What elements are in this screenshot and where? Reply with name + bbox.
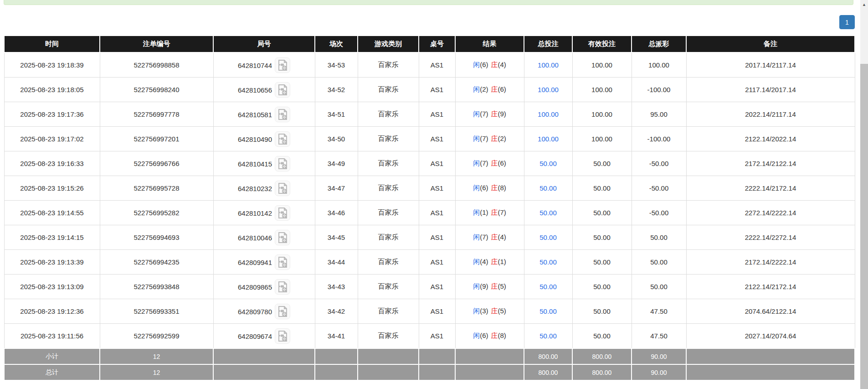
total-bet-link[interactable]: 100.00 bbox=[538, 61, 559, 69]
result-player-label: 闲 bbox=[473, 208, 480, 216]
video-replay-button[interactable] bbox=[275, 304, 290, 319]
result-player-label: 闲 bbox=[473, 233, 480, 241]
column-header-6: 桌号 bbox=[419, 36, 455, 52]
video-replay-button[interactable] bbox=[275, 107, 290, 122]
video-replay-button[interactable] bbox=[275, 131, 290, 147]
summary-empty-cell bbox=[686, 348, 855, 364]
cell-payout: -50.00 bbox=[632, 176, 686, 201]
result-banker-label: 庄 bbox=[491, 110, 498, 118]
total-bet-link[interactable]: 50.00 bbox=[539, 233, 557, 241]
total-bet-link[interactable]: 50.00 bbox=[539, 160, 557, 167]
result-banker-label: 庄 bbox=[491, 208, 498, 216]
cell-table-id: AS1 bbox=[419, 250, 455, 275]
cell-table-id: AS1 bbox=[419, 225, 455, 250]
round-number: 642810490 bbox=[238, 135, 272, 143]
cell-payout: -100.00 bbox=[632, 127, 686, 151]
cell-total-bet: 50.00 bbox=[524, 275, 572, 299]
round-number: 642809780 bbox=[238, 307, 272, 315]
cell-valid-bet: 50.00 bbox=[572, 250, 632, 275]
video-replay-button[interactable] bbox=[275, 254, 290, 270]
video-replay-button[interactable] bbox=[275, 328, 290, 344]
scrollbar-thumb[interactable] bbox=[860, 64, 868, 389]
total-bet-link[interactable]: 50.00 bbox=[539, 209, 557, 217]
cell-result: 闲(7)庄(9) bbox=[455, 102, 524, 127]
cell-table-id: AS1 bbox=[419, 102, 455, 127]
cell-remark: 2074.64/2122.14 bbox=[686, 299, 855, 324]
table-row: 2025-08-23 19:17:36 522756997778 6428105… bbox=[4, 102, 855, 127]
cell-session: 34-50 bbox=[315, 127, 358, 151]
round-number: 642810046 bbox=[238, 233, 272, 241]
result-banker-label: 庄 bbox=[491, 332, 498, 339]
video-replay-button[interactable] bbox=[275, 205, 290, 221]
table-row: 2025-08-23 19:13:39 522756994235 6428099… bbox=[4, 250, 855, 275]
cell-time: 2025-08-23 19:12:36 bbox=[4, 299, 100, 324]
cell-remark: 2222.14/2172.14 bbox=[686, 176, 855, 201]
cell-session: 34-45 bbox=[315, 225, 358, 250]
video-replay-icon bbox=[277, 330, 288, 342]
cell-time: 2025-08-23 19:13:09 bbox=[4, 275, 100, 299]
total-bet-link[interactable]: 50.00 bbox=[539, 258, 557, 266]
cell-total-bet: 100.00 bbox=[524, 127, 572, 151]
cell-bet-id: 522756994693 bbox=[100, 225, 213, 250]
video-replay-icon bbox=[277, 207, 288, 219]
summary-empty-cell bbox=[686, 364, 855, 380]
total-bet-link[interactable]: 50.00 bbox=[539, 332, 557, 340]
cell-bet-id: 522756997201 bbox=[100, 127, 213, 151]
vertical-scrollbar[interactable]: ▲ bbox=[860, 0, 868, 389]
video-replay-button[interactable] bbox=[275, 57, 290, 73]
cell-payout: -50.00 bbox=[632, 201, 686, 225]
result-banker-score: (9) bbox=[498, 110, 506, 118]
cell-remark: 2172.14/2122.14 bbox=[686, 151, 855, 176]
cell-payout: 47.50 bbox=[632, 324, 686, 349]
cell-table-id: AS1 bbox=[419, 299, 455, 324]
video-replay-icon bbox=[277, 281, 288, 293]
cell-table-id: AS1 bbox=[419, 201, 455, 225]
total-bet-link[interactable]: 100.00 bbox=[538, 110, 559, 118]
cell-remark: 2117.14/2017.14 bbox=[686, 78, 855, 102]
total-valid-bet: 800.00 bbox=[572, 364, 632, 380]
result-banker-label: 庄 bbox=[491, 159, 498, 167]
video-replay-button[interactable] bbox=[275, 181, 290, 196]
cell-game-type: 百家乐 bbox=[358, 225, 419, 250]
total-bet-link[interactable]: 100.00 bbox=[538, 135, 559, 143]
total-bet-link[interactable]: 50.00 bbox=[539, 184, 557, 192]
video-replay-button[interactable] bbox=[275, 279, 290, 295]
cell-remark: 2172.14/2222.14 bbox=[686, 250, 855, 275]
total-bet-link[interactable]: 50.00 bbox=[539, 307, 557, 315]
table-body: 2025-08-23 19:18:39 522756998858 6428107… bbox=[4, 52, 855, 348]
video-replay-button[interactable] bbox=[275, 230, 290, 245]
cell-valid-bet: 100.00 bbox=[572, 102, 632, 127]
table-row: 2025-08-23 19:16:33 522756996766 6428104… bbox=[4, 151, 855, 176]
cell-round: 642809780 bbox=[213, 299, 315, 324]
cell-result: 闲(6)庄(4) bbox=[455, 52, 524, 78]
scrollbar-up-icon[interactable]: ▲ bbox=[860, 0, 868, 9]
pagination-page-1[interactable]: 1 bbox=[839, 15, 855, 29]
total-bet-link[interactable]: 50.00 bbox=[539, 283, 557, 290]
summary-empty-cell bbox=[358, 364, 419, 380]
result-banker-score: (7) bbox=[498, 208, 506, 216]
cell-round: 642809941 bbox=[213, 250, 315, 275]
video-replay-button[interactable] bbox=[275, 82, 290, 98]
result-player-score: (7) bbox=[480, 110, 488, 118]
result-banker-score: (4) bbox=[498, 61, 506, 68]
result-player-label: 闲 bbox=[473, 307, 480, 315]
result-banker-score: (4) bbox=[498, 233, 506, 241]
cell-game-type: 百家乐 bbox=[358, 127, 419, 151]
summary-empty-cell bbox=[419, 348, 455, 364]
cell-round: 642810046 bbox=[213, 225, 315, 250]
cell-total-bet: 50.00 bbox=[524, 250, 572, 275]
cell-total-bet: 100.00 bbox=[524, 102, 572, 127]
cell-session: 34-44 bbox=[315, 250, 358, 275]
cell-table-id: AS1 bbox=[419, 275, 455, 299]
cell-table-id: AS1 bbox=[419, 151, 455, 176]
result-player-label: 闲 bbox=[473, 135, 480, 142]
cell-valid-bet: 50.00 bbox=[572, 176, 632, 201]
cell-result: 闲(9)庄(5) bbox=[455, 275, 524, 299]
summary-empty-cell bbox=[419, 364, 455, 380]
video-replay-button[interactable] bbox=[275, 156, 290, 171]
total-bet-link[interactable]: 100.00 bbox=[538, 86, 559, 93]
cell-bet-id: 522756993848 bbox=[100, 275, 213, 299]
cell-round: 642810232 bbox=[213, 176, 315, 201]
result-player-score: (6) bbox=[480, 61, 488, 68]
cell-round: 642809674 bbox=[213, 324, 315, 349]
